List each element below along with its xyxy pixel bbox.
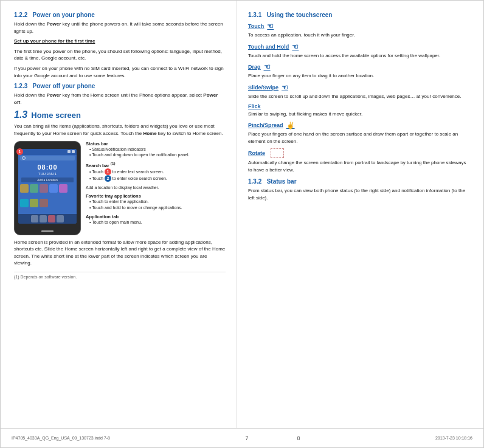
phone-add-location: Add a Location xyxy=(21,177,74,182)
callout-fav-tray: Favorite tray applications • Touch to en… xyxy=(86,193,226,211)
callout-status-bar-bullet1: • Status/Notification indicators xyxy=(86,146,226,153)
page-num-right: 8 xyxy=(297,435,300,441)
rotate-header: Rotate xyxy=(248,148,470,158)
drag-icon: ☜ xyxy=(264,63,271,71)
callout-fav-tray-label: Favorite tray applications xyxy=(86,193,226,199)
drag-para: Place your finger on any item to drag it… xyxy=(248,72,470,80)
drag-section: Drag ☜ Place your finger on any item to … xyxy=(248,63,470,80)
section-1-3-heading: 1.3 Home screen xyxy=(14,109,226,120)
footer-left-text: IP4705_4033A_QG_Eng_USA_00_130723.indd 7… xyxy=(12,436,110,440)
phone-time: 08:00 xyxy=(18,161,77,172)
rotate-para: Automatically change the screen orientat… xyxy=(248,159,470,173)
left-page: 1.2.2 Power on your phone Hold down the … xyxy=(1,1,237,428)
section-1-3-2-heading: 1.3.2 Status bar xyxy=(248,178,470,185)
phone-search-bar xyxy=(20,156,75,160)
callout-search-bar-bullet1: • Touch 1 to enter text search screen. xyxy=(86,168,226,175)
callout-weather-text: Add a location to display local weather. xyxy=(86,185,226,191)
footnote: (1) Depends on software version. xyxy=(14,272,226,279)
touch-icon: ☜ xyxy=(267,22,274,30)
phone-date: THU JAN 1 xyxy=(18,172,77,176)
slide-header: Slide/Swipe ☜ xyxy=(248,83,470,92)
touch-hold-section: Touch and Hold ☜ Touch and hold the home… xyxy=(248,43,470,60)
phone-status-bar xyxy=(18,149,77,155)
callout-search-bar-label: Search bar (1) xyxy=(86,161,226,168)
power-off-para: Hold down the Power key from the Home sc… xyxy=(14,92,226,106)
callout-status-bar-label: Status bar xyxy=(86,141,226,146)
callout-status-bar-bullet2: • Touch and drag down to open the notifi… xyxy=(86,152,226,158)
content-area: 1.2.2 Power on your phone Hold down the … xyxy=(1,1,483,428)
status-bar-para: From status bar, you can view both phone… xyxy=(248,187,470,201)
footer: IP4705_4033A_QG_Eng_USA_00_130723.indd 7… xyxy=(1,428,483,447)
section-1-2-2: 1.2.2 Power on your phone Hold down the … xyxy=(14,12,226,79)
callout-app-tab: Application tab • Touch to open main men… xyxy=(86,214,226,226)
slide-para: Slide the screen to scroll up and down t… xyxy=(248,93,470,100)
touch-section: Touch ☜ To access an application, touch … xyxy=(248,22,470,39)
section-1-2-3-heading: 1.2.3 Power off your phone xyxy=(14,83,226,89)
home-screen-para1: You can bring all the items (application… xyxy=(14,123,226,137)
setup-para: The first time you power on the phone, y… xyxy=(14,48,226,62)
flick-header: Flick xyxy=(248,103,470,109)
pinch-header: Pinch/Spread ✌ xyxy=(248,122,470,129)
touch-header: Touch ☜ xyxy=(248,22,470,30)
section-1-2-3: 1.2.3 Power off your phone Hold down the… xyxy=(14,83,226,106)
page-num-left: 7 xyxy=(245,435,248,441)
drag-header: Drag ☜ xyxy=(248,63,470,71)
phone-app-grid xyxy=(18,183,77,214)
wifi-para: If you power on your phone with no SIM c… xyxy=(14,65,226,79)
callout-app-tab-label: Application tab xyxy=(86,214,226,219)
power-on-para: Hold down the Power key until the phone … xyxy=(14,21,226,35)
section-1-3: 1.3 Home screen You can bring all the it… xyxy=(14,109,226,267)
section-1-3-1-heading: 1.3.1 Using the touchscreen xyxy=(248,12,470,18)
callout-search-bar-bullet2: • Touch 2 to enter voice search screen. xyxy=(86,175,226,182)
rotate-section: Rotate Automatically change the screen o… xyxy=(248,148,470,173)
slide-section: Slide/Swipe ☜ Slide the screen to scroll… xyxy=(248,83,470,100)
phone-fav-tray xyxy=(18,214,77,224)
home-screen-para2: Home screen is provided in an extended f… xyxy=(14,239,226,267)
section-1-3-1: 1.3.1 Using the touchscreen Touch ☜ To a… xyxy=(248,12,470,173)
flick-section: Flick Similar to swiping, but flicking m… xyxy=(248,103,470,118)
slide-icon: ☜ xyxy=(282,83,288,92)
badge-1: 1 xyxy=(16,148,23,155)
phone-diagram: 1 xyxy=(14,141,81,235)
callout-area: 1 xyxy=(14,141,226,235)
setup-header: Set up your phone for the first time xyxy=(14,38,226,45)
phone-app-tab xyxy=(15,230,80,232)
rotate-icon xyxy=(271,148,284,158)
flick-para: Similar to swiping, but flicking makes i… xyxy=(248,111,470,118)
page-container: 1.2.2 Power on your phone Hold down the … xyxy=(0,0,484,448)
right-page: 1.3.1 Using the touchscreen Touch ☜ To a… xyxy=(237,1,483,428)
callout-weather: Add a location to display local weather. xyxy=(86,185,226,191)
section-1-3-2: 1.3.2 Status bar From status bar, you ca… xyxy=(248,178,470,201)
phone-screen: 08:00 THU JAN 1 Add a Location xyxy=(18,149,77,224)
touch-hold-icon: ☜ xyxy=(292,43,299,51)
callout-status-bar: Status bar • Status/Notification indicat… xyxy=(86,141,226,159)
callout-labels: Status bar • Status/Notification indicat… xyxy=(86,141,226,235)
pinch-section: Pinch/Spread ✌ Place your fingers of one… xyxy=(248,122,470,145)
footer-right-text: 2013-7-23 10:18:16 xyxy=(435,436,472,440)
pinch-para: Place your fingers of one hand on the sc… xyxy=(248,131,470,145)
touch-hold-para: Touch and hold the home screen to access… xyxy=(248,52,470,60)
touch-para: To access an application, touch it with … xyxy=(248,32,470,39)
section-1-2-2-heading: 1.2.2 Power on your phone xyxy=(14,12,226,18)
callout-search-bar: Search bar (1) • Touch 1 to enter text s… xyxy=(86,161,226,182)
footer-page-numbers: 7 8 xyxy=(245,435,300,441)
touch-hold-header: Touch and Hold ☜ xyxy=(248,43,470,51)
pinch-icon: ✌ xyxy=(286,122,295,129)
